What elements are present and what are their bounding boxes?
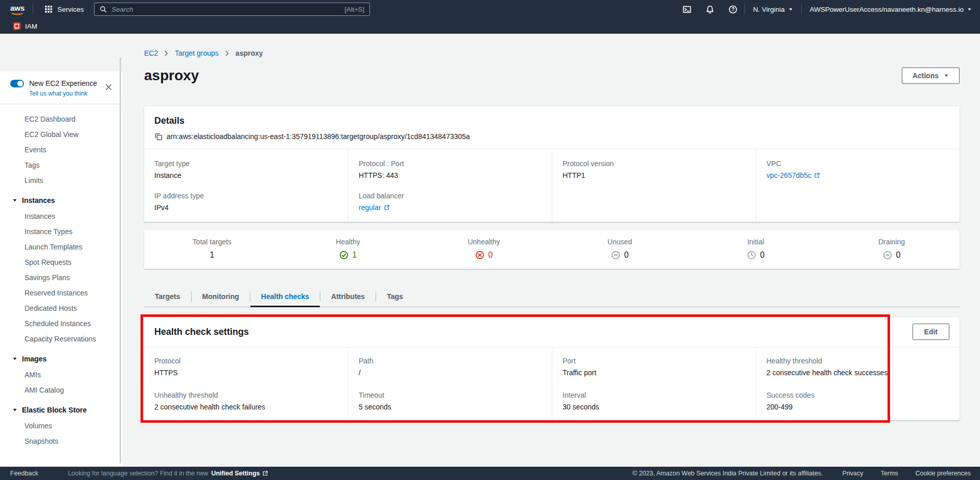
field-timeout: Timeout5 seconds	[359, 391, 542, 411]
field-value-target-type: Instance	[154, 171, 338, 179]
breadcrumb-target-groups[interactable]: Target groups	[175, 49, 219, 57]
counter-label: Healthy	[280, 238, 416, 246]
chevron-down-icon	[944, 73, 949, 78]
details-title: Details	[154, 116, 949, 126]
new-experience-panel: New EC2 Experience Tell us what you thin…	[0, 72, 123, 104]
services-label: Services	[57, 6, 84, 13]
field-label: Port	[563, 357, 745, 365]
sidebar-item-limits[interactable]: Limits	[0, 173, 123, 188]
counter-healthy: Healthy1	[280, 238, 416, 260]
tab-monitoring[interactable]: Monitoring	[192, 286, 250, 307]
sidebar-spacer	[0, 34, 123, 72]
sidebar-item-dedicated-hosts[interactable]: Dedicated Hosts	[0, 301, 123, 316]
new-experience-toggle[interactable]	[10, 80, 24, 87]
field-protocol: ProtocolHTTPS	[154, 357, 338, 377]
sidebar-section-elastic-block-store[interactable]: Elastic Block Store	[0, 398, 123, 418]
field-path: Path/	[359, 357, 542, 377]
account-menu[interactable]: AWSPowerUserAccess/navaneeth.kn@harness.…	[802, 0, 980, 18]
sidebar-item-snapshots[interactable]: Snapshots	[0, 433, 123, 449]
search-icon	[100, 6, 107, 13]
field-value-protocol: HTTPS	[154, 369, 338, 377]
field-target-type: Target typeInstance	[154, 159, 338, 179]
footer-link-privacy[interactable]: Privacy	[843, 470, 864, 477]
field-value-ip-address-type: IPv4	[154, 203, 338, 212]
counter-value: 1	[353, 250, 357, 260]
field-value-unhealthy-threshold: 2 consecutive health check failures	[154, 403, 338, 411]
sidebar-item-instances[interactable]: Instances	[0, 209, 123, 224]
iam-service-link[interactable]: IAM	[25, 22, 37, 30]
services-grid-icon	[44, 5, 53, 13]
sidebar-section-images[interactable]: Images	[0, 347, 123, 367]
copy-icon	[154, 132, 162, 141]
feedback-button[interactable]: Feedback	[10, 470, 38, 477]
search-shortcut-hint: [Alt+S]	[344, 6, 364, 13]
aws-logo[interactable]: aws	[10, 4, 25, 15]
field-ip-address-type: IP address typeIPv4	[154, 192, 338, 212]
counter-value: 0	[896, 250, 901, 260]
counter-value: 1	[210, 250, 215, 260]
chevron-down-icon	[967, 7, 972, 12]
sidebar-item-ec2-dashboard[interactable]: EC2 Dashboard	[0, 111, 123, 127]
sidebar-item-spot-requests[interactable]: Spot Requests	[0, 255, 123, 270]
breadcrumb-ec2[interactable]: EC2	[144, 49, 158, 57]
field-vpc: VPCvpc-2657db5c	[766, 159, 949, 179]
sidebar-item-amis[interactable]: AMIs	[0, 367, 123, 382]
sidebar-item-scheduled-instances[interactable]: Scheduled Instances	[0, 316, 123, 331]
counter-unhealthy: Unhealthy0	[416, 238, 552, 260]
footer-link-cookie-preferences[interactable]: Cookie preferences	[916, 470, 971, 477]
services-menu-button[interactable]: Services	[40, 0, 88, 18]
help-button[interactable]: ?	[721, 0, 744, 18]
account-label: AWSPowerUserAccess/navaneeth.kn@harness.…	[810, 6, 964, 13]
unified-settings-label: Unified Settings	[211, 470, 260, 477]
sidebar-item-ami-catalog[interactable]: AMI Catalog	[0, 382, 123, 398]
sidebar-item-tags[interactable]: Tags	[0, 157, 123, 173]
counter-label: Total targets	[144, 238, 280, 246]
sidebar-section-instances[interactable]: Instances	[0, 188, 123, 209]
chevron-right-icon	[163, 50, 170, 57]
field-value-timeout: 5 seconds	[359, 403, 542, 411]
field-value-vpc[interactable]: vpc-2657db5c	[766, 171, 949, 179]
sidebar-item-launch-templates[interactable]: Launch Templates	[0, 239, 123, 255]
tab-attributes[interactable]: Attributes	[320, 286, 376, 307]
tab-targets[interactable]: Targets	[144, 286, 191, 307]
sidebar-item-ec2-global-view[interactable]: EC2 Global View	[0, 127, 123, 142]
tell-us-link[interactable]: Tell us what you think	[29, 90, 87, 97]
counter-initial: Initial0	[688, 238, 824, 260]
main-content: EC2 Target groups asproxy asproxy Action…	[123, 34, 980, 467]
actions-label: Actions	[913, 72, 939, 80]
region-selector[interactable]: N. Virginia	[745, 0, 801, 18]
edit-button[interactable]: Edit	[913, 324, 949, 340]
global-search-input[interactable]: Search [Alt+S]	[94, 3, 370, 16]
footer-link-terms[interactable]: Terms	[881, 470, 898, 477]
external-link-icon	[814, 172, 820, 178]
field-column: VPCvpc-2657db5c	[756, 149, 960, 222]
sidebar-navigation: EC2 DashboardEC2 Global ViewEventsTagsLi…	[0, 104, 123, 449]
sidebar-item-events[interactable]: Events	[0, 142, 123, 157]
breadcrumb-current: asproxy	[236, 49, 263, 57]
field-value-load-balancer[interactable]: regular	[359, 203, 542, 212]
minus-circle-icon	[611, 250, 620, 260]
target-counters-card: Total targets1Healthy1Unhealthy0Unused0I…	[144, 230, 960, 269]
health-check-settings-title: Health check settings	[154, 327, 249, 337]
actions-button[interactable]: Actions	[902, 67, 960, 84]
field-label: Timeout	[359, 391, 542, 399]
counter-unused: Unused0	[552, 238, 688, 260]
sidebar-item-volumes[interactable]: Volumes	[0, 418, 123, 433]
unified-settings-link[interactable]: Unified Settings	[211, 470, 268, 477]
sidebar-item-savings-plans[interactable]: Savings Plans	[0, 270, 123, 285]
field-label: Healthy threshold	[766, 357, 949, 365]
notifications-button[interactable]	[698, 0, 721, 18]
sidebar-item-instance-types[interactable]: Instance Types	[0, 224, 123, 239]
copy-arn-button[interactable]	[154, 132, 162, 141]
field-label: Load balancer	[359, 192, 542, 200]
cloudshell-button[interactable]	[675, 0, 698, 18]
sidebar-item-capacity-reservations[interactable]: Capacity Reservations	[0, 331, 123, 347]
field-column: Healthy threshold2 consecutive health ch…	[756, 348, 960, 420]
field-value-success-codes: 200-499	[766, 403, 949, 411]
ec2-sidebar: New EC2 Experience Tell us what you thin…	[0, 34, 123, 467]
close-panel-button[interactable]	[102, 83, 115, 93]
tab-health-checks[interactable]: Health checks	[250, 286, 320, 307]
sidebar-item-reserved-instances[interactable]: Reserved Instances	[0, 285, 123, 301]
field-protocol-port: Protocol : PortHTTPS: 443	[359, 159, 542, 179]
tab-tags[interactable]: Tags	[376, 286, 414, 307]
